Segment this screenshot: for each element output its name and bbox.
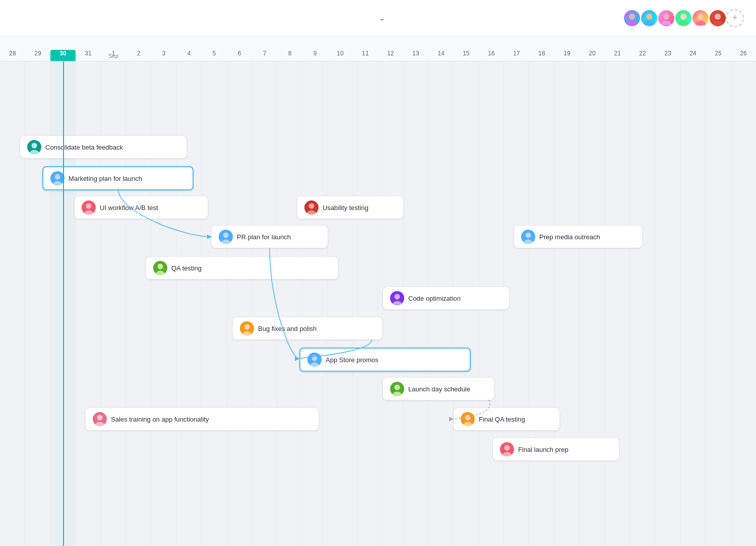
grid-col-9: [227, 61, 252, 546]
svg-point-3: [644, 21, 654, 25]
svg-point-49: [465, 415, 471, 421]
date-col-29: 29: [25, 50, 50, 61]
svg-point-43: [395, 385, 400, 390]
avatar-1[interactable]: [623, 9, 641, 27]
task-label-bug-fixes: Bug fixes and polish: [258, 325, 317, 332]
grid-col-28: [706, 61, 731, 546]
task-label-qa-testing: QA testing: [171, 264, 202, 272]
header: ⌄ +: [0, 0, 756, 36]
avatar-6[interactable]: [709, 9, 727, 27]
date-col-3: 3: [151, 50, 176, 61]
task-avatar-app-store: [307, 353, 322, 367]
date-col-13: 13: [403, 50, 428, 61]
date-col-5: 5: [202, 50, 227, 61]
task-label-app-store: App Store promos: [326, 356, 379, 364]
svg-point-2: [646, 14, 652, 20]
date-col-20: 20: [580, 50, 605, 61]
timeline-area: 28293031Sep12345678910111213141516171819…: [0, 36, 756, 546]
grid-col-6: [151, 61, 176, 546]
date-col-14: 14: [428, 50, 454, 61]
grid-col-0: [0, 61, 25, 546]
task-avatar-bug-fixes: [240, 321, 254, 335]
grid-col-7: [176, 61, 202, 546]
date-col-12: 12: [378, 50, 403, 61]
task-avatar-qa-testing: [153, 261, 167, 275]
avatar-5[interactable]: [691, 9, 710, 27]
date-col-11: 11: [353, 50, 378, 61]
task-card-code-opt[interactable]: Code optimization: [383, 287, 509, 309]
svg-point-5: [661, 21, 671, 25]
svg-point-28: [158, 264, 163, 269]
chevron-down-icon[interactable]: ⌄: [379, 14, 385, 22]
date-col-31: 31: [76, 50, 101, 61]
today-line: [63, 61, 64, 546]
date-col-10: 10: [328, 50, 353, 61]
task-avatar-code-opt: [390, 291, 404, 305]
task-card-prep-media[interactable]: Prep media outreach: [514, 226, 642, 248]
svg-point-31: [395, 294, 400, 300]
grid-col-5: [126, 61, 151, 546]
svg-point-7: [678, 21, 688, 25]
task-avatar-final-qa: [461, 412, 475, 426]
task-card-final-launch[interactable]: Final launch prep: [493, 438, 619, 460]
task-avatar-launch-day: [390, 382, 404, 396]
task-card-sales-training[interactable]: Sales training on app functionality: [86, 408, 319, 430]
date-col-2: 2: [126, 50, 151, 61]
task-label-prep-media: Prep media outreach: [539, 233, 600, 241]
svg-point-0: [629, 14, 635, 20]
date-col-25: 25: [706, 50, 731, 61]
avatar-3[interactable]: [657, 9, 675, 27]
grid-col-22: [554, 61, 580, 546]
grid-col-10: [252, 61, 277, 546]
task-card-bug-fixes[interactable]: Bug fixes and polish: [233, 317, 382, 339]
grid-col-14: [353, 61, 378, 546]
grid-col-11: [277, 61, 302, 546]
date-col-26: 26: [731, 50, 756, 61]
grid-col-21: [529, 61, 554, 546]
grid-col-26: [655, 61, 680, 546]
task-label-ui-workflow: UI workflow A/B test: [100, 204, 158, 212]
task-label-usability: Usability testing: [323, 204, 368, 212]
date-col-28: 28: [0, 50, 25, 61]
svg-point-1: [627, 21, 637, 25]
task-card-consolidate[interactable]: Consolidate beta feedback: [20, 136, 186, 158]
date-col-4: 4: [176, 50, 202, 61]
date-col-6: 6: [227, 50, 252, 61]
grid-col-23: [580, 61, 605, 546]
avatar-4[interactable]: [674, 9, 692, 27]
date-col-16: 16: [479, 50, 504, 61]
task-label-launch-day: Launch day schedule: [408, 385, 470, 393]
task-avatar-ui-workflow: [82, 200, 96, 215]
add-member-button[interactable]: +: [726, 9, 744, 27]
task-card-ui-workflow[interactable]: UI workflow A/B test: [75, 196, 208, 219]
svg-point-46: [97, 415, 103, 421]
date-col-19: 19: [554, 50, 580, 61]
task-card-final-qa[interactable]: Final QA testing: [454, 408, 559, 430]
task-avatar-usability: [304, 200, 319, 215]
date-header: 28293031Sep12345678910111213141516171819…: [0, 36, 756, 61]
task-card-usability[interactable]: Usability testing: [297, 196, 403, 219]
date-col-1: Sep1: [101, 50, 126, 61]
task-avatar-final-launch: [500, 442, 514, 456]
svg-point-52: [505, 445, 510, 451]
task-card-marketing[interactable]: Marketing plan for launch: [42, 166, 194, 190]
grid-col-25: [630, 61, 655, 546]
svg-point-16: [55, 174, 60, 180]
task-label-final-qa: Final QA testing: [479, 416, 525, 423]
grid-col-24: [605, 61, 630, 546]
svg-point-22: [223, 233, 229, 238]
date-col-9: 9: [302, 50, 328, 61]
date-col-7: 7: [252, 50, 277, 61]
task-label-sales-training: Sales training on app functionality: [111, 416, 209, 423]
svg-point-40: [312, 356, 318, 361]
task-avatar-sales-training: [93, 412, 107, 426]
date-col-8: 8: [277, 50, 302, 61]
svg-point-8: [698, 14, 704, 20]
task-card-pr-plan[interactable]: PR plan for launch: [212, 226, 328, 248]
task-card-launch-day[interactable]: Launch day schedule: [383, 378, 494, 400]
task-card-qa-testing[interactable]: QA testing: [146, 257, 338, 279]
task-card-app-store[interactable]: App Store promos: [299, 348, 471, 372]
task-label-consolidate: Consolidate beta feedback: [45, 144, 123, 151]
date-col-24: 24: [680, 50, 706, 61]
avatar-2[interactable]: [640, 9, 658, 27]
